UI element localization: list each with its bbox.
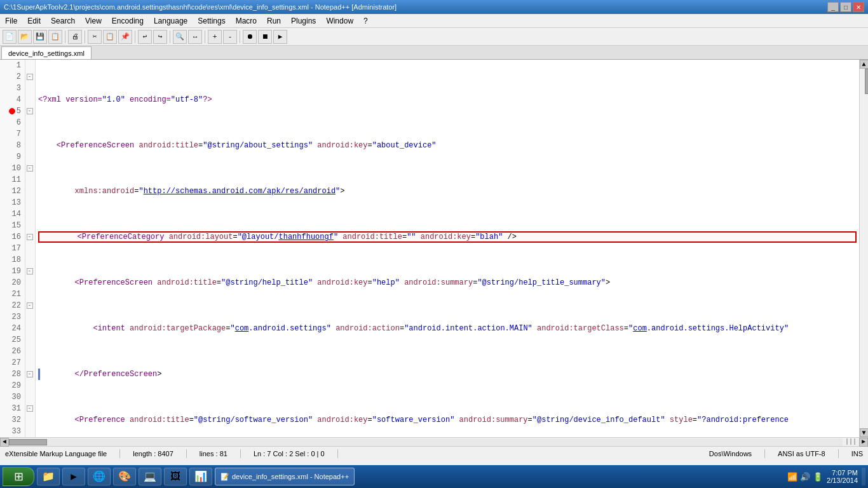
fold-icon-5[interactable]: -: [27, 108, 33, 114]
menu-view[interactable]: View: [80, 14, 107, 27]
taskbar-chrome[interactable]: 🌐: [88, 468, 111, 485]
menu-window[interactable]: Window: [321, 14, 358, 27]
scroll-up[interactable]: ▲: [860, 60, 869, 69]
replace-button[interactable]: ↔: [188, 30, 202, 44]
sound-icon[interactable]: 🔊: [800, 472, 810, 482]
taskbar: ⊞ 📁 ▶ 🌐 🎨 💻 🖼 📊 📝 device_info_settings.x…: [0, 465, 868, 488]
cut-button[interactable]: ✂: [88, 30, 102, 44]
system-tray: 📶 🔊 🔋 7:07 PM 2/13/2014: [787, 468, 865, 485]
taskbar-notepad-button[interactable]: 📝 device_info_settings.xml - Notepad++: [215, 468, 355, 485]
redo-button[interactable]: ↪: [153, 30, 167, 44]
minimize-button[interactable]: _: [827, 2, 839, 12]
menu-plugins[interactable]: Plugins: [286, 14, 321, 27]
code-line-6: <intent android:targetPackage="com.andro…: [38, 323, 857, 334]
code-area[interactable]: <?xml version="1.0" encoding="utf-8"?> <…: [36, 60, 859, 437]
undo-button[interactable]: ↩: [138, 30, 152, 44]
hscroll-thumb[interactable]: [9, 439, 47, 445]
code-line-4: <PreferenceCategory android:layout="@lay…: [38, 231, 857, 243]
save-button[interactable]: 💾: [33, 30, 47, 44]
sep3: [135, 30, 135, 43]
date-display: 2/13/2014: [827, 477, 858, 484]
fold-icon-10[interactable]: -: [27, 165, 33, 172]
scroll-down[interactable]: ▼: [860, 428, 869, 437]
menu-help[interactable]: ?: [358, 14, 373, 27]
open-button[interactable]: 📂: [18, 30, 32, 44]
title-text: C:\1SuperApkToolv2.1\projects\com.androi…: [4, 3, 397, 11]
fold-icon-2[interactable]: -: [27, 74, 33, 80]
status-sep5: [764, 449, 765, 458]
right-scrollbar[interactable]: ▲ ▼: [859, 60, 868, 437]
tab-bar: device_info_settings.xml: [0, 46, 868, 60]
save-all-button[interactable]: 📋: [48, 30, 62, 44]
scroll-thumb[interactable]: [865, 69, 869, 94]
title-bar: C:\1SuperApkToolv2.1\projects\com.androi…: [0, 0, 868, 14]
menu-run[interactable]: Run: [262, 14, 286, 27]
menu-macro[interactable]: Macro: [231, 14, 262, 27]
battery-icon[interactable]: 🔋: [813, 472, 823, 482]
horizontal-scrollbar[interactable]: ◄ ||| ►: [0, 437, 868, 446]
clock[interactable]: 7:07 PM 2/13/2014: [827, 469, 858, 484]
fold-icon-22[interactable]: -: [27, 302, 33, 309]
sep5: [205, 30, 205, 43]
chrome-icon: 🌐: [93, 470, 105, 483]
taskbar-chart[interactable]: 📊: [189, 468, 212, 485]
taskbar-wmp[interactable]: ▶: [62, 468, 85, 485]
fold-icon-16[interactable]: -: [27, 234, 33, 240]
zoom-in-button[interactable]: +: [208, 30, 222, 44]
taskbar-explorer[interactable]: 📁: [37, 468, 60, 485]
sep4: [170, 30, 170, 43]
status-bar: eXtensible Markup Language file length :…: [0, 446, 868, 460]
sep2: [85, 30, 85, 43]
scroll-right[interactable]: ►: [859, 438, 868, 447]
code-line-5: <PreferenceScreen android:title="@string…: [38, 277, 857, 288]
code-line-3: xmlns:android="http://schemas.android.co…: [38, 186, 857, 197]
taskbar-image-viewer[interactable]: 🖼: [164, 468, 187, 485]
file-type-label: eXtensible Markup Language file: [5, 450, 107, 458]
status-sep4: [337, 449, 338, 458]
line-ending-label: Dos\Windows: [709, 450, 752, 458]
status-sep1: [119, 449, 120, 458]
tab-device-info[interactable]: device_info_settings.xml: [1, 46, 92, 59]
zoom-out-button[interactable]: -: [223, 30, 237, 44]
window-controls[interactable]: _ □ ✕: [827, 2, 864, 12]
image-icon: 🖼: [170, 471, 180, 483]
start-button[interactable]: ⊞: [3, 467, 34, 486]
line1-content: <?xml version="1.0" encoding="utf-8"?>: [38, 94, 212, 105]
close-button[interactable]: ✕: [853, 2, 864, 12]
copy-button[interactable]: 📋: [103, 30, 117, 44]
macro-stop[interactable]: ⏹: [258, 30, 272, 44]
scroll-pos-label: |||: [843, 438, 859, 445]
status-sep3: [240, 449, 241, 458]
code-line-7: </PreferenceScreen>: [38, 369, 857, 380]
toolbar: 📄 📂 💾 📋 🖨 ✂ 📋 📌 ↩ ↪ 🔍 ↔ + - ⏺ ⏹ ▶: [0, 28, 868, 46]
menu-search[interactable]: Search: [46, 14, 80, 27]
menu-edit[interactable]: Edit: [22, 14, 46, 27]
print-button[interactable]: 🖨: [68, 30, 82, 44]
fold-icon-19[interactable]: -: [27, 268, 33, 274]
editor-container: 1 2 3 4 5 6 7 8 9 10 11 12 13 14 15 16 1…: [0, 60, 868, 437]
line-numbers: 1 2 3 4 5 6 7 8 9 10 11 12 13 14 15 16 1…: [0, 60, 25, 437]
menu-settings[interactable]: Settings: [193, 14, 230, 27]
sep1: [65, 30, 65, 43]
fold-icon-28[interactable]: -: [27, 371, 33, 377]
macro-record[interactable]: ⏺: [243, 30, 257, 44]
menu-file[interactable]: File: [0, 14, 22, 27]
time-display: 7:07 PM: [832, 469, 858, 477]
scroll-left[interactable]: ◄: [0, 438, 9, 447]
position-label: Ln : 7 Col : 2 Sel : 0 | 0: [254, 450, 325, 458]
show-desktop-button[interactable]: [862, 468, 865, 485]
paste-button[interactable]: 📌: [118, 30, 132, 44]
menu-language[interactable]: Language: [149, 14, 193, 27]
fold-icon-31[interactable]: -: [27, 405, 33, 412]
taskbar-terminal[interactable]: 💻: [139, 468, 161, 485]
find-button[interactable]: 🔍: [173, 30, 187, 44]
sep6: [240, 30, 240, 43]
taskbar-paint[interactable]: 🎨: [113, 468, 136, 485]
network-icon[interactable]: 📶: [787, 472, 797, 482]
maximize-button[interactable]: □: [840, 2, 851, 12]
new-button[interactable]: 📄: [3, 30, 17, 44]
menu-bar: File Edit Search View Encoding Language …: [0, 14, 868, 28]
macro-play[interactable]: ▶: [273, 30, 287, 44]
code-line-2: <PreferenceScreen android:title="@string…: [38, 140, 857, 151]
menu-encoding[interactable]: Encoding: [107, 14, 149, 27]
